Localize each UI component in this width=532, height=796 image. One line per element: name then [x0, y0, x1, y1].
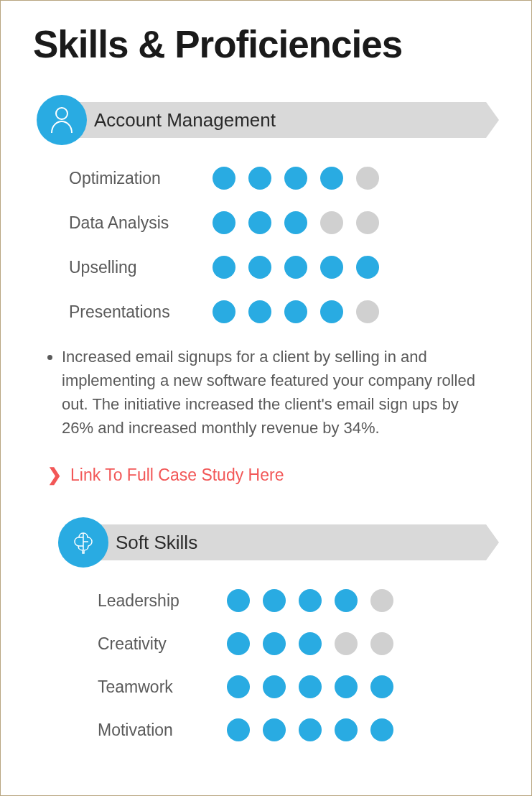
skill-row: Upselling [69, 256, 499, 279]
rating-dots [227, 632, 393, 655]
dot-on [227, 632, 250, 655]
svg-point-0 [56, 108, 67, 119]
brain-icon [58, 517, 108, 568]
dot-on [320, 167, 343, 190]
rating-dots [213, 256, 379, 279]
skill-label: Creativity [98, 634, 227, 654]
skill-row: Teamwork [98, 675, 499, 698]
dot-on [356, 256, 379, 279]
dot-on [299, 718, 322, 741]
dot-on [284, 256, 307, 279]
dot-on [213, 300, 235, 323]
dot-on [299, 632, 322, 655]
dot-off [370, 589, 393, 612]
skill-row: Leadership [98, 589, 499, 612]
dot-on [320, 300, 343, 323]
dot-on [227, 589, 250, 612]
dot-off [335, 632, 358, 655]
achievement-bullet: Increased email signups for a client by … [62, 345, 499, 440]
rating-dots [213, 211, 379, 234]
skill-label: Data Analysis [69, 213, 213, 233]
section-title: Soft Skills [116, 532, 197, 554]
dot-on [335, 589, 358, 612]
dot-off [356, 167, 379, 190]
dot-on [320, 256, 343, 279]
dot-off [356, 300, 379, 323]
dot-off [370, 632, 393, 655]
dot-on [299, 589, 322, 612]
dot-on [248, 300, 271, 323]
dot-off [320, 211, 343, 234]
dot-on [263, 589, 286, 612]
rating-dots [227, 675, 393, 698]
skill-label: Optimization [69, 169, 213, 188]
achievement-text: Increased email signups for a client by … [62, 345, 485, 440]
dot-on [284, 300, 307, 323]
dot-on [213, 211, 235, 234]
dot-on [263, 675, 286, 698]
skill-row: Presentations [69, 300, 499, 323]
dot-on [213, 256, 235, 279]
section-title: Account Management [94, 109, 276, 131]
dot-on [284, 167, 307, 190]
dot-on [227, 718, 250, 741]
dot-on [248, 256, 271, 279]
rating-dots [213, 300, 379, 323]
skill-row: Motivation [98, 718, 499, 741]
dot-on [248, 211, 271, 234]
rating-dots [227, 718, 393, 741]
dot-on [263, 632, 286, 655]
case-study-link[interactable]: ❯ Link To Full Case Study Here [47, 465, 499, 485]
dot-on [370, 675, 393, 698]
dot-on [335, 675, 358, 698]
section-header-soft: Soft Skills [58, 517, 499, 568]
chevron-right-icon: ❯ [47, 465, 62, 485]
skills-block-soft: Leadership Creativity Teamwork [98, 589, 499, 741]
skill-row: Data Analysis [69, 211, 499, 234]
dot-on [299, 675, 322, 698]
page-title: Skills & Proficiencies [33, 22, 499, 66]
skill-row: Creativity [98, 632, 499, 655]
dot-off [356, 211, 379, 234]
section-banner: Soft Skills [94, 524, 499, 560]
skill-label: Upselling [69, 258, 213, 277]
skill-label: Leadership [98, 591, 227, 611]
dot-on [284, 211, 307, 234]
dot-on [370, 718, 393, 741]
section-banner: Account Management [73, 102, 499, 138]
rating-dots [213, 167, 379, 190]
dot-on [213, 167, 235, 190]
skill-label: Teamwork [98, 677, 227, 697]
section-header-account: Account Management [37, 95, 499, 145]
link-text: Link To Full Case Study Here [70, 466, 284, 485]
skill-label: Motivation [98, 721, 227, 740]
dot-on [227, 675, 250, 698]
dot-on [335, 718, 358, 741]
skill-row: Optimization [69, 167, 499, 190]
dot-on [248, 167, 271, 190]
skills-block-account: Optimization Data Analysis Upselling [69, 167, 499, 323]
user-icon [37, 95, 87, 145]
skill-label: Presentations [69, 302, 213, 322]
dot-on [263, 718, 286, 741]
rating-dots [227, 589, 393, 612]
